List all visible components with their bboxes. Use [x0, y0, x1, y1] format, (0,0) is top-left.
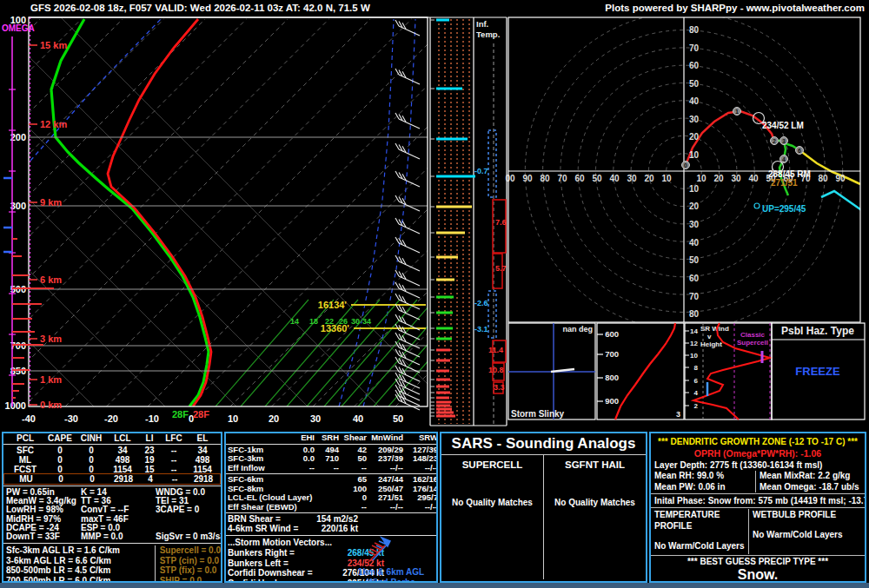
parcel-cell: MU: [7, 474, 45, 484]
advection-value: -2.6: [474, 299, 488, 307]
hodo-axis-label: 80: [540, 174, 550, 183]
winter-panel: *** DENDRITIC GROWTH ZONE (-12 TO -17 C)…: [649, 432, 866, 583]
hodo-axis-label: 10: [696, 174, 706, 183]
line-shape: [395, 333, 399, 339]
wind-barb-icon: [395, 143, 420, 159]
kinematics-cell: LCL-EL (Cloud Layer): [228, 493, 294, 503]
supercell-index-line: STP (fix) = 0.0: [160, 565, 221, 576]
sr-wind-row: 4-6km SR Wind =220/16 kt: [226, 524, 436, 533]
hodograph-trace: [821, 191, 863, 211]
hodo-axis-label: 70: [689, 43, 700, 53]
hodo-annotation: 234/52 LM: [762, 121, 804, 130]
brn-shear-value: 154 m2/s2: [308, 514, 358, 524]
kinematics-table: EHISRHShearMnWindSRWSFC-1km0.049442209/2…: [226, 433, 436, 512]
line-shape: [395, 314, 399, 320]
hodo-axis-label: 90: [522, 174, 533, 183]
parcel-table-header: PCLCAPECINHLCLLILFCEL: [3, 433, 221, 445]
kinematics-cell: [315, 485, 339, 494]
kinematics-cell: [315, 493, 339, 503]
psbl-haz-title: Psbl Haz. Type: [781, 325, 854, 337]
sars-panel: SARS - Sounding Analogs SUPERCELL No Qua…: [440, 432, 647, 583]
kinematics-cell: --: [315, 464, 339, 473]
height-marker-label: 6: [798, 148, 801, 154]
dgz-mean-rh: Mean RH: 99.0 %: [651, 471, 755, 482]
advection-value: 7.6: [495, 218, 507, 227]
sounding-plot-area: 14182226303416134'13360'1001000200300500…: [0, 0, 869, 432]
srwind-tick-label: 4: [694, 389, 699, 397]
dgz-height-label: 13360': [321, 323, 350, 334]
temp-axis-label: -20: [104, 413, 118, 424]
parcel-cell: 1154: [187, 465, 218, 474]
height-marker-label: 1: [735, 109, 739, 115]
kinematics-cell: Eff Inflow: [228, 464, 294, 473]
height-km-label: 3 km: [40, 334, 62, 344]
isotherm-line: [107, 19, 494, 406]
hodo-axis-label: 20: [713, 174, 724, 183]
parcel-cell: ML: [6, 455, 44, 465]
parcel-row: SFC003423--34: [3, 446, 221, 455]
advection-value: 3.3: [494, 383, 505, 392]
parcel-header-cell: LFC: [161, 433, 187, 443]
skewt-background: 141822263034: [0, 17, 783, 408]
initial-phase: Inital Phase: Snow from: 575 mb (14419 f…: [651, 495, 865, 506]
kinematics-cell: --/--: [367, 503, 403, 512]
hodo-axis-label: 40: [609, 174, 620, 183]
wind-barb-icon: [395, 195, 420, 211]
mixing-ratio-line: [287, 300, 380, 406]
kinematics-row: Eff Shear (EBWD)----/----/--: [226, 503, 436, 512]
lapse-rate-line: Sfc-3km AGL LR = 1.6 C/km: [6, 545, 155, 556]
parcel-row: ML0049819--498: [3, 455, 221, 465]
kinematics-cell: --/--: [403, 503, 438, 512]
wind-barb-column: [395, 20, 420, 410]
temp-axis-label: -40: [22, 413, 36, 424]
supercell-index-line: STP (cin) = 0.0: [160, 556, 221, 566]
srwind-tick-label: 6: [694, 377, 699, 385]
moist-adiabat-line: [339, 19, 394, 406]
sars-hail-column: SGFNT HAIL No Quality Matches: [543, 455, 646, 579]
kinematics-cell: [294, 503, 315, 512]
wind-barb-icon: [395, 218, 420, 234]
height-km-label: 15 km: [40, 40, 67, 50]
srwind-tick-label: 14: [690, 327, 698, 335]
line-shape: [395, 143, 399, 149]
isotherm-line: [65, 19, 453, 406]
kinematics-header-cell: MnWind: [367, 433, 403, 443]
kinematics-row: LCL-EL (Cloud Layer)0271/51295/7: [226, 493, 436, 503]
kinematics-cell: --/--: [403, 464, 438, 473]
isotherm-line: [0, 19, 205, 406]
dgz-stats-grid: Mean RH: 99.0 % Mean MixRat: 2.2 g/kg Me…: [651, 471, 865, 492]
divider: [3, 543, 221, 544]
hodo-axis-label: 40: [689, 238, 700, 248]
wetbulb-profile-result: No Warm/Cold Layers: [753, 530, 865, 539]
advection-value: 11.4: [488, 346, 503, 354]
hodo-axis-label: 60: [689, 61, 700, 70]
temp-axis-label: 50: [393, 413, 403, 424]
thermo-indices-table: PW = 0.65inK = 14WNDG = 0.0MeanW = 3.4g/…: [3, 488, 221, 541]
mixing-ratio-line: [265, 300, 358, 406]
hodo-annotation: 271/51: [771, 178, 798, 188]
sr-wind-value: 220/16 kt: [308, 524, 358, 533]
mixing-ratio-label: 30: [351, 317, 360, 326]
hodo-axis-label: 60: [574, 174, 585, 183]
kinematics-header-cell: [228, 433, 294, 443]
parcel-cell: 0: [44, 446, 76, 455]
temperature-profile-column: TEMPERATURE PROFILE No Warm/Cold Layers: [651, 509, 748, 554]
hodo-axis-label: 70: [557, 174, 567, 183]
line-shape: [395, 218, 399, 224]
classic-supercell-label: Supercell: [737, 339, 768, 347]
hodo-axis-label: 20: [644, 174, 654, 183]
temp-axis-label: 10: [228, 413, 238, 424]
height-km-label: 0 km: [40, 400, 62, 410]
kinematics-header: EHISRHShearMnWindSRW: [226, 433, 436, 445]
wind-barb-icon: [395, 69, 420, 84]
isotherm-line: [148, 19, 535, 406]
barb-caption-line1: 1km & 6km AGL: [349, 567, 433, 578]
mixing-ratio-line: [388, 300, 481, 406]
wind-barbs-icon: [361, 534, 421, 564]
hodograph-trace: [686, 111, 774, 165]
height-km-label: 6 km: [40, 274, 62, 285]
psbl-haz-value: FREEZE: [795, 365, 840, 378]
hodo-axis-label: 80: [818, 174, 828, 183]
thermo-panel: PCLCAPECINHLCLLILFCELSFC003423--34ML0049…: [2, 432, 222, 583]
thermo-index-cell: SigSvr = 0 m3/s3: [156, 532, 218, 541]
